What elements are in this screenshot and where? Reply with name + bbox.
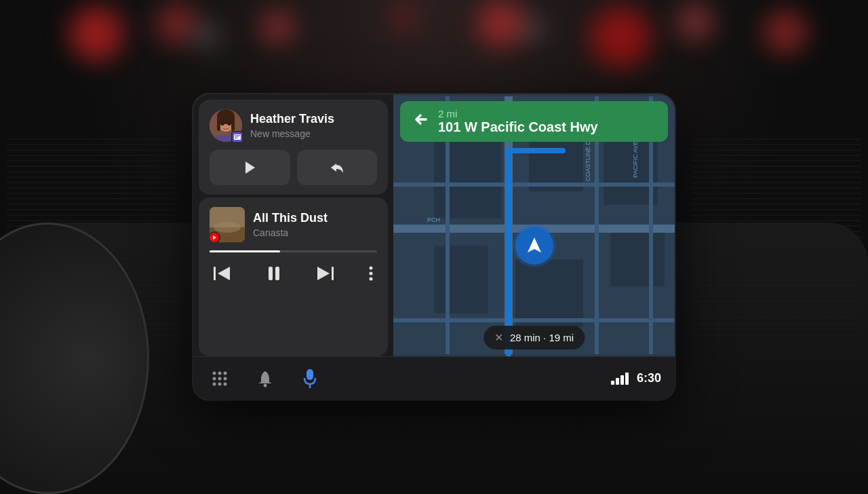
eta-close-icon[interactable]: ✕ bbox=[494, 331, 503, 344]
svg-point-46 bbox=[213, 371, 216, 375]
svg-marker-45 bbox=[528, 238, 541, 252]
svg-marker-13 bbox=[245, 162, 255, 174]
svg-point-50 bbox=[218, 377, 222, 380]
svg-rect-12 bbox=[235, 138, 237, 138]
svg-rect-21 bbox=[269, 267, 273, 280]
next-track-button[interactable] bbox=[312, 262, 338, 285]
svg-point-55 bbox=[264, 383, 267, 387]
svg-marker-20 bbox=[218, 267, 230, 280]
avatar-container bbox=[210, 109, 242, 142]
more-options-icon bbox=[369, 266, 373, 281]
vent-grill-right bbox=[692, 136, 861, 339]
svg-point-48 bbox=[224, 371, 227, 375]
youtube-icon bbox=[211, 235, 218, 240]
map-container: COASTLINE DR PACIFIC AVE PCH bbox=[393, 94, 675, 356]
svg-rect-29 bbox=[434, 137, 502, 218]
more-options-button[interactable] bbox=[365, 262, 377, 285]
svg-text:COASTLINE DR: COASTLINE DR bbox=[585, 136, 591, 181]
eta-separator: · bbox=[543, 332, 549, 343]
message-label: New message bbox=[250, 128, 377, 139]
apps-button[interactable] bbox=[207, 366, 233, 392]
music-card: All This Dust Canasta bbox=[199, 197, 388, 356]
message-card: Heather Travis New message bbox=[199, 100, 388, 195]
svg-rect-11 bbox=[235, 136, 239, 137]
svg-rect-23 bbox=[332, 267, 334, 280]
svg-rect-4 bbox=[217, 119, 220, 131]
messaging-app-badge bbox=[231, 131, 243, 143]
svg-point-52 bbox=[213, 382, 216, 385]
notifications-button[interactable] bbox=[253, 366, 277, 392]
track-title: All This Dust bbox=[253, 211, 377, 226]
svg-rect-32 bbox=[434, 246, 488, 314]
previous-track-icon bbox=[214, 266, 231, 281]
clock: 6:30 bbox=[637, 371, 661, 385]
bottom-bar: 6:30 bbox=[193, 356, 675, 400]
left-panel: Heather Travis New message bbox=[193, 94, 393, 356]
turn-direction-icon bbox=[411, 110, 430, 133]
nav-street: 101 W Pacific Coast Hwy bbox=[438, 119, 598, 135]
svg-point-51 bbox=[224, 377, 227, 380]
youtube-badge bbox=[210, 231, 220, 242]
svg-point-49 bbox=[213, 377, 216, 380]
svg-rect-33 bbox=[515, 259, 583, 327]
svg-rect-10 bbox=[235, 135, 240, 136]
pause-button[interactable] bbox=[262, 262, 285, 285]
signal-bar-3 bbox=[620, 375, 624, 385]
svg-point-25 bbox=[369, 267, 372, 270]
eta-time: 28 min bbox=[510, 332, 540, 343]
svg-point-6 bbox=[221, 123, 224, 126]
signal-bar-2 bbox=[616, 378, 619, 385]
svg-marker-24 bbox=[317, 267, 330, 280]
message-icon bbox=[234, 134, 241, 140]
svg-rect-19 bbox=[214, 267, 216, 280]
bell-icon bbox=[257, 370, 273, 387]
eta-bar: ✕ 28 min · 19 mi bbox=[484, 326, 585, 349]
svg-rect-22 bbox=[275, 267, 279, 280]
play-message-button[interactable] bbox=[210, 150, 290, 185]
next-track-icon bbox=[316, 266, 334, 281]
microphone-icon bbox=[302, 368, 318, 390]
previous-track-button[interactable] bbox=[210, 262, 235, 285]
car-location-indicator bbox=[515, 227, 553, 265]
album-art bbox=[210, 207, 245, 242]
reply-icon bbox=[330, 161, 344, 174]
contact-name: Heather Travis bbox=[250, 112, 377, 127]
svg-point-27 bbox=[369, 278, 372, 281]
track-artist: Canasta bbox=[253, 227, 377, 238]
contact-row: Heather Travis New message bbox=[210, 109, 377, 142]
contact-info: Heather Travis New message bbox=[250, 112, 377, 139]
location-dot bbox=[515, 227, 553, 265]
music-progress-bar[interactable] bbox=[210, 250, 377, 252]
svg-text:PACIFIC AVE: PACIFIC AVE bbox=[632, 141, 639, 178]
map-panel[interactable]: COASTLINE DR PACIFIC AVE PCH bbox=[393, 94, 675, 356]
message-actions bbox=[210, 150, 377, 185]
svg-rect-56 bbox=[307, 369, 313, 380]
play-icon bbox=[243, 160, 256, 175]
svg-marker-18 bbox=[213, 235, 216, 240]
android-auto-screen: Heather Travis New message bbox=[193, 94, 675, 400]
svg-point-54 bbox=[224, 382, 227, 385]
track-info: All This Dust Canasta bbox=[253, 211, 377, 238]
eta-text: 28 min · 19 mi bbox=[510, 332, 574, 343]
signal-bar-1 bbox=[611, 381, 614, 385]
music-progress-fill bbox=[210, 250, 280, 252]
navigation-header: 2 mi 101 W Pacific Coast Hwy bbox=[400, 101, 668, 142]
pause-icon bbox=[267, 266, 281, 281]
voice-button[interactable] bbox=[298, 364, 322, 394]
svg-point-7 bbox=[228, 123, 231, 126]
svg-rect-34 bbox=[610, 232, 665, 286]
eta-distance: 19 mi bbox=[549, 332, 574, 343]
music-info-row: All This Dust Canasta bbox=[210, 207, 377, 242]
turn-left-icon bbox=[411, 110, 430, 129]
svg-point-26 bbox=[369, 272, 372, 276]
svg-text:PCH: PCH bbox=[427, 216, 440, 223]
svg-point-16 bbox=[214, 222, 241, 233]
dashboard-background: Heather Travis New message bbox=[0, 0, 868, 494]
nav-info: 2 mi 101 W Pacific Coast Hwy bbox=[438, 108, 598, 135]
nav-distance: 2 mi bbox=[438, 108, 598, 119]
navigation-arrow-icon bbox=[524, 235, 545, 256]
signal-bar-4 bbox=[625, 373, 629, 385]
reply-message-button[interactable] bbox=[297, 150, 378, 185]
screen-content: Heather Travis New message bbox=[193, 94, 675, 356]
apps-grid-icon bbox=[211, 370, 229, 387]
